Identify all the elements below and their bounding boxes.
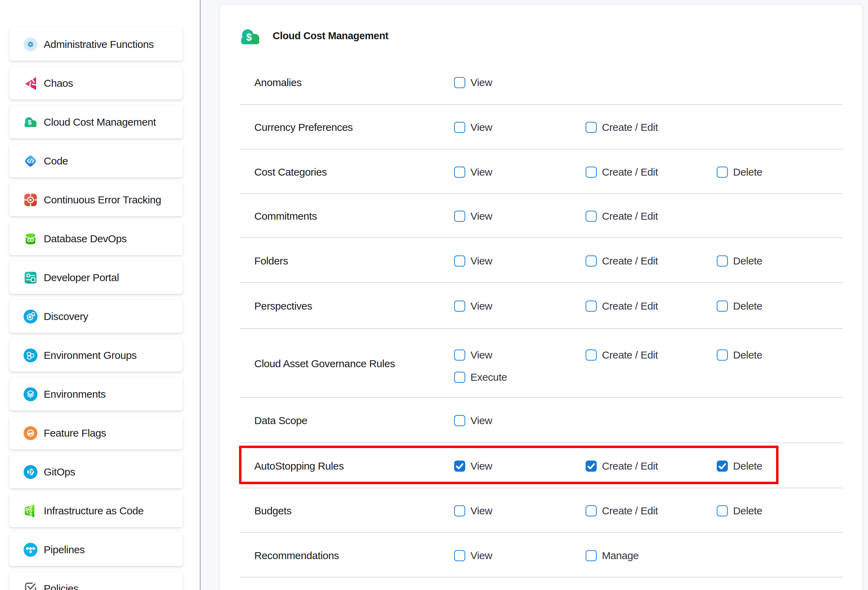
svg-text:$: $ [246, 32, 251, 43]
svg-text:$: $ [28, 119, 32, 126]
